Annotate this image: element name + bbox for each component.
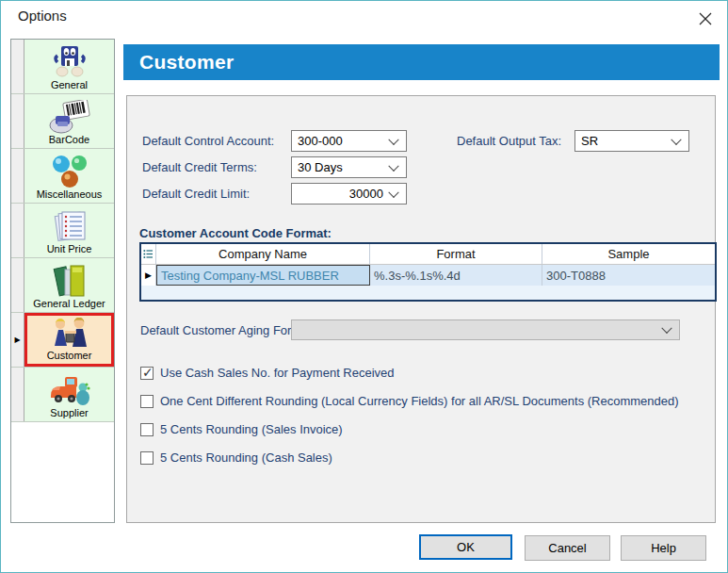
sidebar-item-supplier[interactable]: Supplier (11, 368, 114, 422)
account-code-format-table: Company Name Format Sample ▶ Testing Com… (139, 242, 717, 302)
sidebar-item-miscellaneous[interactable]: Miscellaneous (11, 149, 114, 204)
table-row[interactable]: ▶ Testing Company-MSL RUBBER %.3s-%.1s%.… (141, 265, 715, 286)
chevron-down-icon (388, 187, 398, 197)
checkbox-label: 5 Cents Rounding (Cash Sales) (160, 450, 332, 465)
column-header-format[interactable]: Format (370, 244, 542, 264)
page-title: Customer (123, 44, 720, 80)
sidebar-item-customer[interactable]: ▶ Customer (11, 313, 114, 368)
general-icon (51, 45, 89, 79)
close-icon (699, 12, 712, 25)
checkbox-label: Use Cash Sales No. for Payment Received (160, 366, 395, 380)
options-dialog: Options General (0, 0, 728, 573)
checkbox-label: 5 Cents Rounding (Sales Invoice) (160, 422, 343, 436)
window-title: Options (18, 8, 67, 24)
sidebar-item-label: Supplier (50, 407, 88, 419)
column-header-sample[interactable]: Sample (542, 244, 715, 264)
sidebar-item-label: Customer (47, 350, 92, 362)
checkbox-5-cents-sales-invoice[interactable]: 5 Cents Rounding (Sales Invoice) (140, 422, 343, 436)
table-header-row: Company Name Format Sample (141, 244, 715, 265)
chevron-down-icon (671, 134, 681, 144)
credit-limit-value: 30000 (298, 187, 385, 201)
checkbox-box[interactable] (140, 367, 154, 380)
chevron-down-icon (661, 323, 671, 334)
aging-format-label: Default Customer Aging Format: (140, 323, 315, 337)
spheres-icon (49, 155, 90, 188)
current-row-arrow: ▶ (145, 271, 152, 280)
row-header-cell (11, 204, 24, 257)
row-selector-icon (143, 249, 154, 259)
current-item-arrow: ▶ (14, 336, 20, 344)
control-account-label: Default Control Account: (142, 134, 274, 148)
sidebar-item-label: Miscellaneous (37, 188, 103, 201)
sidebar-item-general-ledger[interactable]: General Ledger (11, 258, 114, 313)
sidebar-item-label: General Ledger (33, 298, 105, 310)
checkbox-one-cent-rounding[interactable]: One Cent Different Rounding (Local Curre… (140, 394, 679, 408)
default-control-account-select[interactable]: 300-000 (291, 130, 407, 152)
row-header-cell (11, 368, 24, 421)
customer-settings-panel: Default Control Account: 300-000 Default… (126, 95, 716, 523)
supplier-truck-icon (48, 373, 91, 407)
cancel-button[interactable]: Cancel (525, 535, 610, 561)
default-credit-terms-select[interactable]: 30 Days (291, 156, 407, 178)
default-customer-aging-format-select[interactable] (291, 319, 680, 340)
chevron-down-icon (388, 160, 398, 171)
chevron-down-icon (388, 134, 398, 144)
credit-terms-label: Default Credit Terms: (142, 160, 257, 174)
ok-button[interactable]: OK (419, 534, 512, 560)
checkbox-5-cents-cash-sales[interactable]: 5 Cents Rounding (Cash Sales) (140, 450, 332, 465)
default-credit-limit-input[interactable]: 30000 (291, 183, 407, 205)
account-code-format-label: Customer Account Code Format: (139, 226, 332, 240)
sidebar-item-label: General (51, 79, 88, 91)
close-button[interactable] (695, 8, 716, 29)
help-button[interactable]: Help (621, 535, 706, 561)
table-empty-area (141, 286, 715, 300)
checkbox-use-cash-sales-no[interactable]: Use Cash Sales No. for Payment Received (140, 366, 395, 380)
checkbox-box[interactable] (140, 451, 154, 465)
default-output-tax-select[interactable]: SR (574, 130, 689, 152)
column-header-company-name[interactable]: Company Name (156, 244, 370, 264)
sidebar-item-unit-price[interactable]: Unit Price (11, 204, 114, 258)
customer-people-icon (48, 318, 91, 350)
price-list-icon (49, 209, 90, 243)
sample-cell[interactable]: 300-T0888 (542, 265, 715, 286)
company-name-cell[interactable]: Testing Company-MSL RUBBER (156, 265, 370, 286)
ledger-books-icon (49, 264, 90, 298)
row-header-cell (11, 258, 24, 312)
checkbox-box[interactable] (140, 395, 154, 408)
sidebar-item-general[interactable]: General (11, 40, 114, 94)
credit-terms-value: 30 Days (298, 160, 343, 174)
checkbox-label: One Cent Different Rounding (Local Curre… (160, 394, 679, 408)
sidebar-item-barcode[interactable]: BarCode (11, 94, 114, 149)
output-tax-value: SR (581, 134, 598, 148)
checkbox-box[interactable] (140, 423, 154, 436)
row-header-cell (11, 94, 24, 148)
row-header-cell (11, 40, 24, 93)
row-header-cell (11, 149, 24, 203)
row-header-cell: ▶ (11, 313, 24, 367)
format-cell[interactable]: %.3s-%.1s%.4d (370, 265, 542, 286)
output-tax-label: Default Output Tax: (457, 134, 561, 148)
settings-category-sidebar: General (10, 39, 115, 523)
sidebar-item-label: Unit Price (47, 243, 92, 255)
barcode-icon (49, 100, 90, 134)
sidebar-item-label: BarCode (49, 134, 89, 146)
row-indicator-cell: ▶ (141, 265, 156, 286)
row-selector-header-cell (141, 244, 156, 264)
credit-limit-label: Default Credit Limit: (142, 187, 250, 201)
control-account-value: 300-000 (298, 134, 343, 148)
